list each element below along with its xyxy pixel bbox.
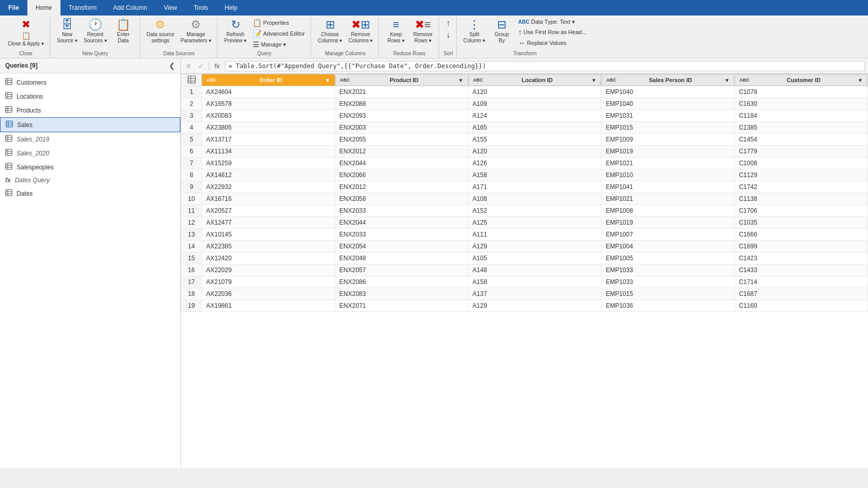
advanced-editor-button[interactable]: 📝 Advanced Editor — [250, 28, 307, 39]
tab-help[interactable]: Help — [216, 0, 246, 15]
table-cell: A120 — [468, 86, 601, 98]
sort-asc-button[interactable]: ↑ — [443, 18, 453, 29]
choose-columns-button[interactable]: ⊞ ChooseColumns ▾ — [315, 18, 345, 45]
refresh-preview-button[interactable]: ↻ RefreshPreview ▾ — [222, 18, 249, 45]
row-number: 14 — [181, 241, 202, 253]
col-header-customer-id[interactable]: ABCCustomer ID▼ — [735, 74, 868, 86]
table-cell: ENX2003 — [335, 122, 468, 134]
data-type-button[interactable]: ABC Data Type: Text ▾ — [516, 18, 589, 26]
table-cell: A111 — [468, 229, 601, 241]
table-cell: EMP1033 — [601, 264, 735, 276]
replace-values-button[interactable]: ↔ Replace Values — [516, 38, 589, 48]
group-by-button[interactable]: ⊟ GroupBy — [489, 18, 515, 45]
recent-sources-button[interactable]: 🕐 RecentSources ▾ — [81, 18, 109, 45]
sidebar-item-sales_2020[interactable]: Sales_2020 — [0, 146, 180, 160]
data-table-wrapper[interactable]: ABCOrder ID▼ABCProduct ID▼ABCLocation ID… — [181, 74, 868, 468]
tab-tools[interactable]: Tools — [185, 0, 216, 15]
close-apply-button[interactable]: ✖📋 Close & Apply ▾ — [5, 18, 47, 49]
table-cell: ENX2088 — [335, 98, 468, 110]
sidebar: Queries [9] ❮ Customers Locations Produc… — [0, 58, 181, 468]
new-source-button[interactable]: 🗄 NewSource ▾ — [54, 18, 80, 45]
enter-data-button[interactable]: 📋 EnterData — [111, 18, 136, 45]
sidebar-item-dates-query[interactable]: fxDates Query — [0, 174, 180, 186]
keep-rows-icon: ≡ — [393, 19, 399, 30]
col-filter-button[interactable]: ▼ — [724, 77, 730, 83]
formula-cancel-button[interactable]: ✖ — [184, 62, 193, 70]
advanced-editor-icon: 📝 — [253, 29, 261, 38]
replace-values-icon: ↔ — [518, 39, 525, 47]
table-cell: ENX2083 — [335, 288, 468, 300]
table-cell: AX16716 — [202, 193, 335, 205]
properties-button[interactable]: 📋 Properties — [250, 18, 307, 28]
split-column-button[interactable]: ⋮ SplitColumn ▾ — [461, 18, 488, 45]
data-source-settings-icon: ⚙ — [155, 19, 165, 30]
row-number: 7 — [181, 158, 202, 169]
table-cell: A125 — [468, 217, 601, 229]
sidebar-title: Queries [9] — [5, 62, 38, 69]
table-cell: AX24604 — [202, 86, 335, 98]
tab-file[interactable]: File — [0, 0, 27, 15]
col-filter-button[interactable]: ▼ — [458, 77, 463, 83]
formula-input[interactable]: = Table.Sort(#"Appended Query",{{"Purcha… — [225, 61, 865, 71]
sidebar-list: Customers Locations Products Sales — [0, 73, 180, 468]
row-number: 5 — [181, 134, 202, 146]
col-filter-button[interactable]: ▼ — [858, 77, 863, 83]
table-row: 1AX24604ENX2021A120EMP1040C1078 — [181, 86, 868, 98]
row-number: 2 — [181, 98, 202, 110]
tab-transform[interactable]: Transform — [60, 0, 105, 15]
col-type-label: ABC — [473, 77, 484, 83]
remove-columns-button[interactable]: ✖⊞ RemoveColumns ▾ — [346, 18, 375, 45]
table-cell: AX22385 — [202, 241, 335, 253]
table-cell: EMP1019 — [601, 217, 735, 229]
table-cell: ENX2057 — [335, 264, 468, 276]
sidebar-item-sales[interactable]: Sales — [0, 117, 180, 132]
sidebar-item-customers[interactable]: Customers — [0, 75, 180, 89]
ribbon-reduce-rows-label: Reduce Rows — [383, 50, 436, 58]
sidebar-item-dates[interactable]: Dates — [0, 186, 180, 200]
data-type-icon: ABC — [518, 19, 530, 25]
sort-desc-button[interactable]: ↓ — [443, 29, 453, 41]
table-cell: C1687 — [735, 288, 868, 300]
sidebar-item-label: Salespeoples — [17, 164, 54, 171]
data-source-settings-button[interactable]: ⚙ Data sourcesettings — [144, 18, 177, 45]
enter-data-icon: 📋 — [116, 19, 130, 30]
table-cell: AX13717 — [202, 134, 335, 146]
table-cell: C1454 — [735, 134, 868, 146]
remove-rows-button[interactable]: ✖≡ RemoveRows ▾ — [410, 18, 436, 45]
sidebar-item-salespeoples[interactable]: Salespeoples — [0, 160, 180, 174]
table-cell: ENX2033 — [335, 229, 468, 241]
sidebar-item-sales_2019[interactable]: Sales_2019 — [0, 132, 180, 146]
sort-desc-icon: ↓ — [446, 30, 450, 40]
manage-button[interactable]: ☰ Manage ▾ — [250, 39, 307, 50]
tab-home[interactable]: Home — [27, 0, 60, 15]
sidebar-item-products[interactable]: Products — [0, 103, 180, 117]
table-cell: C1160 — [735, 300, 868, 312]
sidebar-item-locations[interactable]: Locations — [0, 89, 180, 103]
table-row: 9AX22932ENX2012A171EMP1041C1742 — [181, 181, 868, 193]
col-header-product-id[interactable]: ABCProduct ID▼ — [335, 74, 468, 86]
table-cell: EMP1009 — [601, 134, 735, 146]
col-header-sales-person-id[interactable]: ABCSales Person ID▼ — [601, 74, 735, 86]
sidebar-header: Queries [9] ❮ — [0, 58, 180, 73]
col-header-location-id[interactable]: ABCLocation ID▼ — [468, 74, 601, 86]
table-cell: A165 — [468, 122, 601, 134]
ribbon-group-reduce-rows: ≡ KeepRows ▾ ✖≡ RemoveRows ▾ Reduce Rows — [380, 18, 439, 58]
sidebar-item-label: Customers — [17, 79, 47, 86]
sidebar-collapse-button[interactable]: ❮ — [169, 61, 175, 70]
table-cell: AX11134 — [202, 146, 335, 158]
use-first-row-button[interactable]: ↑ Use First Row as Head... — [516, 27, 589, 37]
col-filter-button[interactable]: ▼ — [325, 77, 330, 83]
manage-parameters-button[interactable]: ⚙ ManageParameters ▾ — [178, 18, 213, 45]
remove-rows-icon: ✖≡ — [415, 19, 431, 30]
col-filter-button[interactable]: ▼ — [591, 77, 596, 83]
col-header-order-id[interactable]: ABCOrder ID▼ — [202, 74, 335, 86]
table-cell: EMP1008 — [601, 205, 735, 217]
keep-rows-button[interactable]: ≡ KeepRows ▾ — [383, 18, 409, 45]
table-cell: EMP1015 — [601, 122, 735, 134]
table-row: 18AX22036ENX2083A137EMP1015C1687 — [181, 288, 868, 300]
recent-sources-icon: 🕐 — [88, 19, 102, 30]
tab-add-column[interactable]: Add Column — [105, 0, 156, 15]
table-cell: AX20083 — [202, 110, 335, 122]
formula-confirm-button[interactable]: ✔ — [196, 62, 206, 70]
tab-view[interactable]: View — [156, 0, 185, 15]
